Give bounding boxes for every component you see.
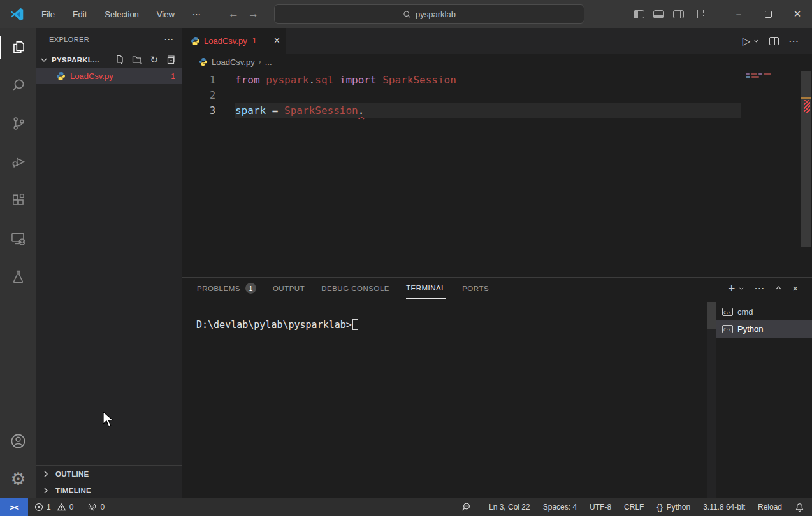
bottom-panel: PROBLEMS 1 OUTPUT DEBUG CONSOLE TERMINAL… — [182, 277, 812, 498]
run-debug-icon[interactable] — [0, 143, 36, 181]
code-line-3: 3 spark = SparkSession. — [182, 103, 812, 118]
menu-edit[interactable]: Edit — [65, 6, 94, 22]
menu-file[interactable]: File — [34, 6, 62, 22]
tab-ports[interactable]: PORTS — [462, 278, 489, 299]
language-mode-item[interactable]: {} Python — [650, 498, 697, 516]
toggle-panel-icon[interactable] — [653, 10, 664, 18]
editor-more-actions-icon[interactable]: ⋯ — [788, 35, 799, 47]
code-line-1: 1 from pyspark.sql import SparkSession — [182, 73, 812, 88]
cursor-position-item[interactable]: Ln 3, Col 22 — [482, 498, 537, 516]
search-sidebar-icon[interactable] — [0, 66, 36, 104]
language-label: Python — [667, 503, 690, 512]
collapse-all-icon[interactable] — [165, 55, 175, 65]
python-file-icon — [56, 71, 66, 81]
zoom-status-item[interactable] — [454, 498, 482, 516]
split-editor-icon[interactable] — [769, 37, 779, 45]
reload-item[interactable]: Reload — [751, 498, 788, 516]
customize-layout-icon[interactable] — [693, 10, 704, 18]
new-terminal-icon[interactable]: + — [728, 282, 735, 294]
python-file-icon — [199, 57, 208, 66]
run-python-file-icon[interactable]: ▷ — [743, 35, 750, 47]
maximize-button[interactable] — [753, 0, 783, 28]
problems-count-badge: 1 — [245, 283, 256, 294]
terminal-scrollbar[interactable] — [707, 302, 716, 498]
terminal-view[interactable]: D:\devlab\pylab\pysparklab> — [182, 299, 707, 498]
eol-item[interactable]: CRLF — [618, 498, 650, 516]
timeline-section[interactable]: TIMELINE — [36, 482, 182, 498]
outline-section[interactable]: OUTLINE — [36, 465, 182, 482]
terminal-item-cmd[interactable]: C:\ cmd — [716, 303, 812, 320]
indentation-item[interactable]: Spaces: 4 — [537, 498, 583, 516]
explorer-icon[interactable] — [0, 28, 36, 66]
close-panel-icon[interactable]: × — [792, 283, 798, 294]
maximize-panel-icon[interactable] — [774, 284, 783, 292]
python-interpreter-item[interactable]: 3.11.8 64-bit — [697, 498, 751, 516]
encoding-item[interactable]: UTF-8 — [583, 498, 618, 516]
accounts-icon[interactable] — [0, 422, 36, 460]
tab-close-icon[interactable]: × — [274, 36, 280, 46]
testing-icon[interactable] — [0, 257, 36, 296]
warning-icon — [57, 503, 66, 512]
remote-indicator[interactable]: >< — [0, 498, 28, 516]
breadcrumb-symbol[interactable]: ... — [265, 57, 272, 67]
cmd-terminal-icon: C:\ — [722, 308, 733, 316]
command-center-search[interactable]: pysparklab — [274, 4, 584, 24]
maximize-icon — [765, 11, 772, 18]
python-file-icon — [191, 36, 200, 46]
workspace-section-header[interactable]: PYSPARKL... ↻ — [36, 51, 182, 68]
timeline-label: TIMELINE — [55, 487, 91, 494]
tab-output[interactable]: OUTPUT — [273, 278, 305, 299]
toggle-sidebar-icon[interactable] — [634, 10, 644, 18]
warning-count: 0 — [69, 503, 74, 512]
new-file-icon[interactable] — [115, 55, 125, 65]
brackets-icon: {} — [656, 503, 663, 512]
new-folder-icon[interactable] — [132, 55, 143, 65]
terminal-item-python[interactable]: C:\ Python — [716, 320, 812, 338]
explorer-more-actions-icon[interactable]: ⋯ — [164, 34, 174, 45]
extensions-icon[interactable] — [0, 181, 36, 219]
explorer-toolbar: ↻ — [115, 55, 175, 65]
overview-error-mark — [804, 100, 810, 113]
code-editor[interactable]: 1 from pyspark.sql import SparkSession 2… — [182, 70, 812, 277]
ports-status-item[interactable]: 0 — [82, 498, 110, 516]
tab-loadcsv[interactable]: LoadCsv.py 1 × — [182, 28, 286, 54]
toggle-secondary-sidebar-icon[interactable] — [673, 10, 684, 18]
notifications-item[interactable] — [788, 498, 812, 516]
remote-explorer-icon[interactable] — [0, 219, 36, 257]
editor-group: LoadCsv.py 1 × ▷ ⋯ — [182, 28, 812, 498]
sidebar-title: EXPLORER — [49, 36, 89, 43]
minimap[interactable] — [746, 73, 771, 80]
history-navigation: ← → — [228, 0, 259, 28]
source-control-icon[interactable] — [0, 104, 36, 143]
breadcrumb-separator-icon: › — [259, 57, 261, 66]
minimize-button[interactable]: − — [724, 0, 753, 28]
chevron-right-icon — [41, 485, 51, 496]
run-dropdown-chevron-icon[interactable] — [753, 38, 760, 45]
terminal-dropdown-chevron-icon[interactable] — [738, 285, 744, 292]
forward-icon[interactable]: → — [248, 8, 259, 20]
tab-terminal[interactable]: TERMINAL — [406, 278, 446, 299]
menu-view[interactable]: View — [149, 6, 182, 22]
back-icon[interactable]: ← — [228, 8, 239, 20]
problems-status-item[interactable]: 1 0 — [29, 498, 78, 516]
overview-modified-mark — [801, 97, 811, 99]
menu-more-icon[interactable]: ⋯ — [185, 6, 209, 22]
editor-scrollbar[interactable] — [801, 71, 811, 247]
layout-controls — [634, 0, 704, 28]
tab-problems[interactable]: PROBLEMS 1 — [197, 278, 256, 299]
sidebar-bottom-sections: OUTLINE TIMELINE — [36, 465, 182, 498]
chevron-down-icon — [39, 55, 49, 65]
panel-more-actions-icon[interactable]: ⋯ — [754, 282, 765, 294]
mouse-cursor — [102, 411, 116, 429]
refresh-icon[interactable]: ↻ — [150, 55, 158, 64]
close-window-button[interactable]: ✕ — [783, 0, 812, 28]
terminal-scrollbar-thumb[interactable] — [707, 302, 716, 329]
file-row-loadcsv[interactable]: LoadCsv.py 1 — [36, 68, 182, 84]
tab-debug-console[interactable]: DEBUG CONSOLE — [321, 278, 389, 299]
breadcrumb-file[interactable]: LoadCsv.py — [212, 57, 255, 67]
settings-gear-icon[interactable]: ⚙ — [0, 460, 36, 498]
tab-file-name: LoadCsv.py — [204, 36, 247, 46]
status-bar-right: Ln 3, Col 22 Spaces: 4 UTF-8 CRLF {} Pyt… — [454, 498, 812, 516]
line-number: 2 — [182, 88, 215, 103]
menu-selection[interactable]: Selection — [97, 6, 146, 22]
